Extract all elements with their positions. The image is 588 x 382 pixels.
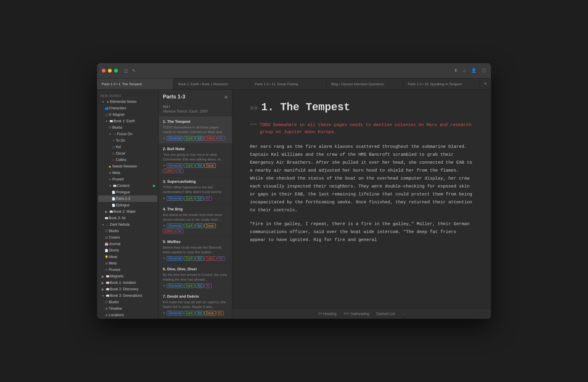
sidebar-item-covers[interactable]: ⊟ Covers [98,234,157,241]
footer-more-options[interactable]: ··· [402,312,405,316]
sheet-item-2[interactable]: 3. SupercavitatingTODO What happened in … [159,176,232,204]
tag-r2[interactable]: R2 [218,136,225,140]
tag-kel[interactable]: Kel [196,311,203,315]
tab-parts-1-3-tempest[interactable]: Parts 1-3 • 1. The Tempest [97,78,173,89]
tag-elemental[interactable]: Elemental [167,284,183,288]
tag-earth[interactable]: Earth [184,163,195,168]
tag-r2[interactable]: R2 [204,284,212,288]
tag-kel[interactable]: Kel [196,256,203,261]
sidebar-item-content[interactable]: ▾ 📖 Content [98,182,157,189]
tag-kel[interactable]: Kel [196,136,203,140]
book-icon: 📖 [105,287,110,291]
tag-elemental[interactable]: Elemental [167,163,183,168]
maximize-button[interactable] [114,69,118,73]
sidebar-item-elemental-series[interactable]: ▾ ★ Elemental Series [98,98,157,105]
sidebar-item-meta[interactable]: ⚙ Meta [98,170,157,176]
sidebar-item-epilogue[interactable]: 📄 Epilogue [98,202,157,208]
sidebar-item-characters[interactable]: 👥 Characters [98,105,157,111]
sidebar-item-book1-earth[interactable]: ▾ 📖 Book 1: Earth [98,118,157,124]
sidebar-item-pruned2[interactable]: ✂ Pruned [98,267,157,273]
sidebar-item-blurbs[interactable]: ⓘ Blurbs [98,124,157,131]
sidebar-item-meta2[interactable]: ⚙ Meta [98,260,157,267]
sidebar-item-blurbs2[interactable]: ⓘ Blurbs [98,228,157,234]
tab-blog-ulysses[interactable]: Blog • Ulysses Interview Questions: [327,78,403,89]
tag-r2[interactable]: R2 [176,229,183,233]
tag-kel[interactable]: Kel [196,284,203,288]
photos-icon: ⊟ [104,235,109,240]
tag-kel[interactable]: Kel [196,196,203,201]
tag-oscar[interactable]: Oscar [204,163,216,168]
search-icon[interactable]: ⌕ [463,68,466,73]
sidebar-item-parts-1-3[interactable]: 📄 Parts 1-3 [98,195,157,202]
tag-elemental[interactable]: Elemental [167,136,183,140]
sidebar-item-collins[interactable]: ◇ Collins [98,157,157,163]
sidebar-item-prologue[interactable]: 📄 Prologue [98,189,157,195]
user-icon[interactable]: 👤 [471,68,477,73]
tag-earth[interactable]: Earth [184,136,195,140]
footer-dashed-list[interactable]: Dashed List [376,312,395,316]
tag-collins[interactable]: Collins [163,169,175,173]
sidebar-item-characters2[interactable]: 👥 Characters [98,318,157,319]
sidebar-item-shorts[interactable]: 📄 Shorts [98,247,157,254]
sidebar-toggle-icon[interactable]: ◫ [124,68,128,73]
footer-subheading[interactable]: ### Subheading [343,312,369,316]
tag-earth[interactable]: Earth [184,224,195,228]
info-icon[interactable]: ⓘ [482,68,486,73]
close-button[interactable] [102,69,106,73]
tag-elemental[interactable]: Elemental [167,196,183,201]
sheet-item-3[interactable]: 4. The BrigKel stared at the results fro… [159,204,232,237]
tag-kel[interactable]: Kel [196,224,203,228]
tag-collins[interactable]: Collins [204,136,217,140]
sidebar-item-dark-nebula[interactable]: ▾ ◇ Dark Nebula [98,221,157,228]
tag-kel[interactable]: Kel [196,163,203,168]
sidebar-item-book3-generations[interactable]: ▾ 📖 Book 3: Generations [98,292,157,299]
editor[interactable]: ## 1. The Tempest ❧❧❧ TODO Somewhere in … [232,90,491,308]
tag-elemental[interactable]: Elemental [167,256,183,261]
sheet-item-0[interactable]: 1. The TempestTODO Somewhere in all thes… [159,116,232,144]
sidebar-item-magnets[interactable]: ▶ 📖 Magnets [98,273,157,279]
sidebar-item-book2-water[interactable]: ▶ 📖 Book 2: Water [98,208,157,215]
sidebar-item-locations[interactable]: ⊞ Locations [98,312,157,318]
sidebar-item-book1-isolation[interactable]: ▶ 📖 Book 1: Isolation [98,279,157,286]
sidebar-item-kel[interactable]: ◇ Kel [98,144,157,150]
sidebar-item-focus-on[interactable]: ▾ ☆ Focus On [98,131,157,137]
sheet-item-1[interactable]: 2. Bull Nuke"Are you going to clue me in… [159,144,232,176]
tag-collins[interactable]: Collins [163,229,175,233]
tag-collins[interactable]: Collins [204,256,217,261]
tag-earth[interactable]: Earth [184,256,195,261]
sidebar-item-blurbs3[interactable]: ⓘ Blurbs [98,299,157,305]
footer-heading[interactable]: ## Heading [318,312,336,316]
sidebar-item-oscar[interactable]: ◇ Oscar [98,150,157,157]
sidebar-item-pruned[interactable]: ✂ Pruned [98,176,157,182]
tag-oscar[interactable]: Oscar [204,224,216,228]
tag-elemental[interactable]: Elemental [167,224,183,228]
sidebar-item-ideas[interactable]: 💡 Ideas [98,254,157,260]
tag-r2[interactable]: R2 [204,196,212,201]
edit-icon[interactable]: ✎ [132,68,136,73]
tab-book1-earth-research[interactable]: Book 1: Earth • Book 1 Research [173,78,250,89]
sidebar-item-book2-discovery[interactable]: ▶ 📖 Book 2: Discovery [98,286,157,292]
tab-parts-1-3-tongues[interactable]: Parts 1-3 • 15. Speaking In Tongues [403,78,480,89]
tab-parts-1-3-sonar[interactable]: Parts 1-3 • 11. Sonar Fishing [250,78,327,89]
sidebar-item-timeline[interactable]: ⊞ Timeline [98,305,157,312]
tag-earth[interactable]: Earth [184,311,195,315]
sidebar-item-needs-revision[interactable]: ◆ Needs Revision [98,163,157,170]
tag-earth[interactable]: Earth [184,284,195,288]
tag-oscar[interactable]: Oscar [204,311,216,315]
tag-r1[interactable]: R1 [217,311,224,315]
sidebar-item-0-magnet[interactable]: ◻ 0: Magnet [98,111,157,118]
tag-elemental[interactable]: Elemental [167,311,183,315]
tab-add-button[interactable]: + [480,78,491,89]
sidebar-item-book3-air[interactable]: 📖 Book 3: Air [98,215,157,221]
tag-r2[interactable]: R2 [176,169,183,173]
minimize-button[interactable] [108,69,112,73]
sidebar-item-journal[interactable]: 📅 Journal [98,241,157,247]
sheet-item-5[interactable]: 6. Dive, Dive, Dive!By the time Kel arri… [159,264,232,291]
sheet-list-options-icon[interactable]: ⊕ [224,95,228,99]
share-icon[interactable]: ⬆ [454,68,458,73]
sheet-item-6[interactable]: 7. Doubt and DebrisKel made her way aft … [159,291,232,319]
sidebar-item-to-do[interactable]: ≡ To Do [98,137,157,144]
tag-earth[interactable]: Earth [184,196,195,201]
sheet-item-4[interactable]: 5. WafflesBefore they could relocate the… [159,237,232,264]
tag-r2[interactable]: R2 [218,256,225,261]
